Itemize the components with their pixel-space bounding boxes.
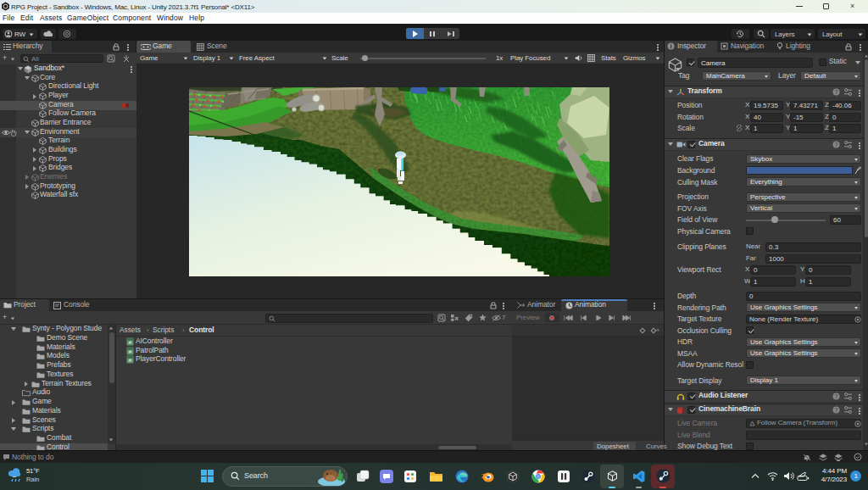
svg-text:?: ? (835, 393, 838, 399)
svg-text:?: ? (835, 142, 838, 148)
svg-text:?: ? (835, 89, 838, 95)
svg-text:?: ? (835, 407, 838, 413)
